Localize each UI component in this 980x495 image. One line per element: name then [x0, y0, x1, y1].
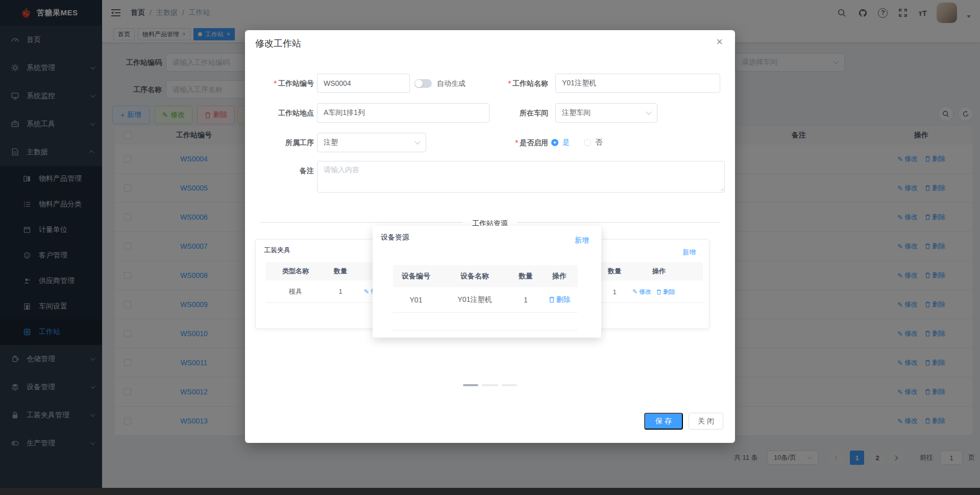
enabled-label: *是否启用: [470, 133, 548, 152]
close-button[interactable]: 关 闭: [689, 413, 723, 430]
header-type-name: 类型名称: [266, 267, 325, 276]
fixture-qty: 1: [325, 288, 356, 295]
device-resource-popup: 设备资源 新增 设备编号 设备名称 数量 操作 Y01 Y01注塑机 1 删除: [373, 226, 601, 338]
header-device-code: 设备编号: [393, 272, 439, 281]
carousel-dash[interactable]: [482, 384, 498, 386]
third-edit-link[interactable]: ✎修改: [632, 288, 651, 296]
save-button[interactable]: 保 存: [644, 413, 683, 430]
dialog-title: 修改工作站: [255, 37, 301, 50]
chevron-down-icon: [414, 138, 420, 144]
enabled-radio-group: 是 否: [551, 133, 602, 152]
header-device-name: 设备名称: [439, 272, 510, 281]
third-row-actions: ✎修改 删除: [632, 280, 675, 303]
third-delete-link[interactable]: 删除: [656, 288, 675, 296]
location-label: 工作站地点: [245, 103, 314, 123]
device-add-link[interactable]: 新增: [575, 236, 589, 245]
remark-label: 备注: [245, 161, 314, 180]
device-table-row: Y01 Y01注塑机 1 删除: [393, 287, 578, 313]
pen-icon: ✎: [364, 288, 369, 295]
radio-selected-icon: [551, 139, 558, 146]
dialog-close-icon[interactable]: ×: [716, 35, 723, 49]
fixture-card-title: 工装夹具: [264, 246, 290, 255]
pen-icon: ✎: [632, 288, 638, 295]
trash-icon: [549, 296, 555, 303]
auto-generate-toggle[interactable]: [414, 79, 432, 88]
device-name: Y01注塑机: [439, 295, 510, 304]
workshop-label: 所在车间: [470, 103, 548, 123]
radio-yes[interactable]: 是: [551, 138, 570, 147]
edit-workstation-dialog: 修改工作站 × *工作站编号 自动生成 *工作站名称 工作站地点 所在车间 注塑…: [245, 30, 735, 443]
location-input[interactable]: [317, 103, 489, 123]
device-table-bottom-border: [393, 330, 578, 331]
code-label: *工作站编号: [245, 74, 314, 93]
carousel-dash[interactable]: [502, 384, 517, 386]
device-table-header: 设备编号 设备名称 数量 操作: [393, 265, 578, 287]
trash-icon: [656, 289, 662, 295]
remark-textarea[interactable]: [317, 161, 725, 193]
process-label: 所属工序: [245, 133, 314, 152]
process-select[interactable]: 注塑: [317, 133, 426, 152]
header-qty: 数量: [325, 267, 356, 276]
chevron-down-icon: [646, 109, 651, 114]
device-code: Y01: [393, 296, 439, 304]
workshop-select[interactable]: 注塑车间: [555, 103, 657, 123]
name-input[interactable]: [555, 74, 720, 93]
auto-generate-label: 自动生成: [437, 74, 465, 93]
device-popup-title: 设备资源: [381, 233, 409, 242]
device-delete-link[interactable]: 删除: [549, 295, 571, 304]
name-label: *工作站名称: [470, 74, 548, 93]
header-action: 操作: [639, 267, 679, 276]
header-qty: 数量: [510, 272, 541, 281]
fixture-type: 模具: [266, 287, 325, 296]
third-card-add-link[interactable]: 新增: [682, 248, 696, 257]
radio-unselected-icon: [584, 139, 591, 146]
app-window: 苦糖果MES 首页 系统管理 系统监控 系统工具: [0, 0, 980, 495]
header-action: 操作: [541, 272, 578, 281]
device-qty: 1: [510, 296, 541, 304]
carousel-dash-active[interactable]: [463, 384, 478, 386]
code-input[interactable]: [317, 74, 410, 93]
radio-no[interactable]: 否: [584, 138, 602, 147]
